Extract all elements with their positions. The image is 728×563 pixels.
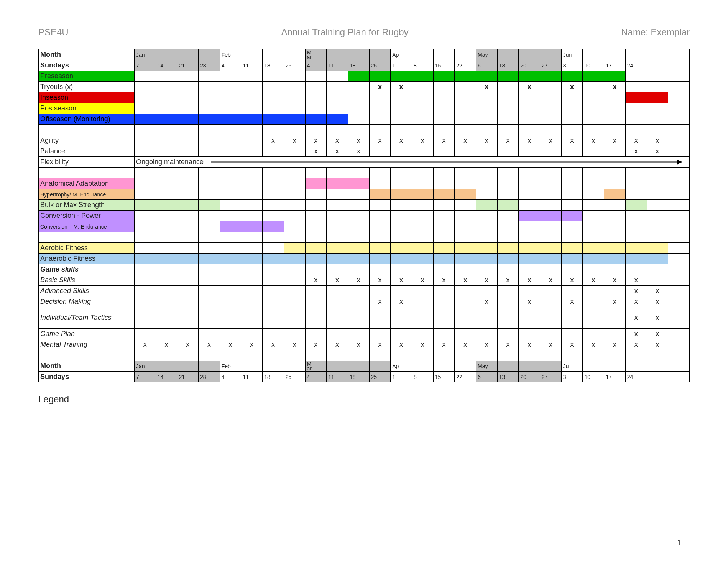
cell xyxy=(177,275,199,286)
cell xyxy=(263,243,284,254)
x-mark: x xyxy=(391,275,412,286)
x-mark: x xyxy=(540,339,562,350)
cell xyxy=(177,329,199,339)
header-cell xyxy=(583,361,604,372)
cell xyxy=(348,200,369,211)
cell xyxy=(199,200,220,211)
cell xyxy=(327,296,348,307)
header-cell: Jun xyxy=(561,49,583,60)
x-mark: x xyxy=(348,339,369,350)
cell xyxy=(199,286,220,296)
cell xyxy=(433,125,455,135)
cell xyxy=(156,103,177,114)
header-cell: 4 xyxy=(305,60,327,71)
cell xyxy=(476,114,498,125)
cell xyxy=(348,92,369,103)
cell xyxy=(177,200,199,211)
x-mark: x xyxy=(369,275,391,286)
row-label xyxy=(39,232,135,243)
header-cell: 14 xyxy=(156,60,177,71)
cell xyxy=(348,71,369,82)
cell xyxy=(412,232,433,243)
cell xyxy=(433,71,455,82)
cell xyxy=(604,92,626,103)
header-cell: 3 xyxy=(561,60,583,71)
cell xyxy=(625,350,647,361)
x-mark: x xyxy=(519,82,540,92)
header-cell xyxy=(369,361,391,372)
cell xyxy=(455,264,476,275)
cell xyxy=(177,189,199,200)
cell xyxy=(263,103,284,114)
cell xyxy=(199,211,220,221)
cell xyxy=(647,243,668,254)
cell xyxy=(412,178,433,189)
cell xyxy=(156,307,177,329)
x-mark: x xyxy=(604,82,626,92)
header-cell: 15 xyxy=(433,372,455,382)
cell xyxy=(177,114,199,125)
x-mark: x xyxy=(241,339,263,350)
cell xyxy=(519,146,540,157)
cell xyxy=(455,254,476,264)
cell xyxy=(604,168,626,178)
cell xyxy=(561,221,583,232)
cell xyxy=(668,82,690,92)
cell xyxy=(540,82,562,92)
cell xyxy=(391,146,412,157)
cell xyxy=(156,286,177,296)
cell xyxy=(497,82,519,92)
cell xyxy=(348,350,369,361)
x-mark: x xyxy=(348,275,369,286)
cell xyxy=(391,103,412,114)
header-cell: 18 xyxy=(263,60,284,71)
cell xyxy=(561,200,583,211)
cell xyxy=(455,114,476,125)
cell xyxy=(625,221,647,232)
cell xyxy=(625,264,647,275)
cell xyxy=(156,135,177,146)
cell xyxy=(199,82,220,92)
header-cell xyxy=(348,361,369,372)
cell xyxy=(668,92,690,103)
cell xyxy=(497,103,519,114)
cell xyxy=(177,211,199,221)
cell xyxy=(519,307,540,329)
cell xyxy=(391,92,412,103)
cell xyxy=(625,114,647,125)
cell xyxy=(604,232,626,243)
x-mark: x xyxy=(412,135,433,146)
cell xyxy=(391,350,412,361)
cell xyxy=(305,125,327,135)
cell xyxy=(391,243,412,254)
cell xyxy=(497,243,519,254)
cell xyxy=(391,264,412,275)
header-cell: 25 xyxy=(284,60,305,71)
cell xyxy=(433,92,455,103)
header-cell xyxy=(604,49,626,60)
header-cell: 13 xyxy=(497,60,519,71)
cell xyxy=(433,114,455,125)
cell xyxy=(284,307,305,329)
cell xyxy=(583,350,604,361)
cell xyxy=(348,296,369,307)
cell xyxy=(668,114,690,125)
header-cell xyxy=(177,361,199,372)
cell xyxy=(241,350,263,361)
cell xyxy=(561,254,583,264)
cell xyxy=(647,200,668,211)
cell xyxy=(668,200,690,211)
header-cell: Jan xyxy=(135,361,156,372)
cell xyxy=(391,178,412,189)
header-cell xyxy=(241,49,263,60)
cell xyxy=(476,329,498,339)
row-label: Inseason xyxy=(39,92,135,103)
cell xyxy=(412,286,433,296)
cell xyxy=(625,232,647,243)
header-cell: 4 xyxy=(220,372,241,382)
header-cell: 11 xyxy=(241,372,263,382)
row-label xyxy=(39,125,135,135)
cell xyxy=(561,114,583,125)
cell xyxy=(284,178,305,189)
header-right: Name: Exemplar xyxy=(621,27,690,38)
